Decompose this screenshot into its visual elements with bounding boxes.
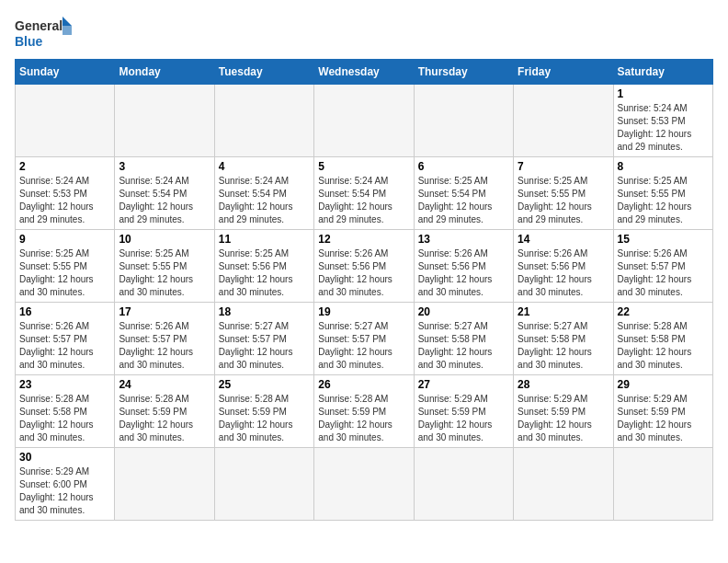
day-number: 4 [219,160,310,173]
calendar-cell: 8Sunrise: 5:25 AM Sunset: 5:55 PM Daylig… [613,157,712,230]
calendar-cell: 11Sunrise: 5:25 AM Sunset: 5:56 PM Dayli… [214,230,313,303]
day-number: 20 [418,305,509,318]
calendar-cell: 18Sunrise: 5:27 AM Sunset: 5:57 PM Dayli… [214,303,313,375]
day-number: 3 [119,160,210,173]
day-info: Sunrise: 5:25 AM Sunset: 5:55 PM Dayligh… [518,175,609,226]
day-number: 22 [618,305,709,318]
day-number: 1 [618,87,709,100]
calendar-cell [414,85,513,157]
day-info: Sunrise: 5:26 AM Sunset: 5:57 PM Dayligh… [119,320,210,372]
day-info: Sunrise: 5:26 AM Sunset: 5:57 PM Dayligh… [618,247,709,299]
day-info: Sunrise: 5:27 AM Sunset: 5:58 PM Dayligh… [418,320,509,372]
calendar-cell: 27Sunrise: 5:29 AM Sunset: 5:59 PM Dayli… [414,375,513,448]
col-header-wednesday: Wednesday [314,60,414,85]
day-info: Sunrise: 5:26 AM Sunset: 5:56 PM Dayligh… [418,247,509,299]
day-number: 5 [318,160,409,173]
col-header-saturday: Saturday [613,60,712,85]
calendar-cell: 19Sunrise: 5:27 AM Sunset: 5:57 PM Dayli… [314,303,414,375]
calendar-cell [214,448,313,521]
day-info: Sunrise: 5:26 AM Sunset: 5:57 PM Dayligh… [19,320,110,372]
calendar-cell: 9Sunrise: 5:25 AM Sunset: 5:55 PM Daylig… [16,230,115,303]
col-header-thursday: Thursday [414,60,513,85]
day-info: Sunrise: 5:24 AM Sunset: 5:54 PM Dayligh… [119,175,210,226]
calendar-cell: 24Sunrise: 5:28 AM Sunset: 5:59 PM Dayli… [115,375,214,448]
calendar-cell [16,85,115,157]
svg-text:General: General [15,18,63,33]
day-info: Sunrise: 5:24 AM Sunset: 5:54 PM Dayligh… [219,175,310,226]
day-info: Sunrise: 5:29 AM Sunset: 5:59 PM Dayligh… [618,393,709,444]
calendar-cell [514,448,613,521]
day-number: 9 [19,233,110,246]
header: General Blue [15,15,713,52]
day-number: 15 [618,233,709,246]
svg-text:Blue: Blue [15,34,43,49]
day-number: 11 [219,233,310,246]
day-info: Sunrise: 5:28 AM Sunset: 5:58 PM Dayligh… [618,320,709,372]
day-info: Sunrise: 5:25 AM Sunset: 5:55 PM Dayligh… [119,247,210,299]
calendar-week-row: 30Sunrise: 5:29 AM Sunset: 6:00 PM Dayli… [16,448,713,521]
day-number: 17 [119,305,210,318]
calendar-cell: 15Sunrise: 5:26 AM Sunset: 5:57 PM Dayli… [613,230,712,303]
calendar-cell: 28Sunrise: 5:29 AM Sunset: 5:59 PM Dayli… [514,375,613,448]
day-number: 13 [418,233,509,246]
calendar-cell: 26Sunrise: 5:28 AM Sunset: 5:59 PM Dayli… [314,375,414,448]
svg-marker-2 [63,17,72,26]
day-number: 27 [418,378,509,391]
logo-svg: General Blue [15,15,79,52]
calendar-cell: 5Sunrise: 5:24 AM Sunset: 5:54 PM Daylig… [314,157,414,230]
day-info: Sunrise: 5:25 AM Sunset: 5:55 PM Dayligh… [19,247,110,299]
calendar-cell: 14Sunrise: 5:26 AM Sunset: 5:56 PM Dayli… [514,230,613,303]
day-info: Sunrise: 5:26 AM Sunset: 5:56 PM Dayligh… [518,247,609,299]
calendar-header-row: SundayMondayTuesdayWednesdayThursdayFrid… [16,60,713,85]
calendar-week-row: 9Sunrise: 5:25 AM Sunset: 5:55 PM Daylig… [16,230,713,303]
calendar-week-row: 2Sunrise: 5:24 AM Sunset: 5:53 PM Daylig… [16,157,713,230]
logo: General Blue [15,15,79,52]
calendar-cell: 25Sunrise: 5:28 AM Sunset: 5:59 PM Dayli… [214,375,313,448]
day-info: Sunrise: 5:26 AM Sunset: 5:56 PM Dayligh… [318,247,409,299]
day-number: 21 [518,305,609,318]
calendar-week-row: 23Sunrise: 5:28 AM Sunset: 5:58 PM Dayli… [16,375,713,448]
calendar-cell [115,448,214,521]
day-info: Sunrise: 5:29 AM Sunset: 5:59 PM Dayligh… [418,393,509,444]
calendar-cell: 10Sunrise: 5:25 AM Sunset: 5:55 PM Dayli… [115,230,214,303]
calendar-cell [414,448,513,521]
day-number: 16 [19,305,110,318]
day-info: Sunrise: 5:27 AM Sunset: 5:57 PM Dayligh… [219,320,310,372]
day-info: Sunrise: 5:24 AM Sunset: 5:53 PM Dayligh… [618,102,709,154]
calendar-cell [613,448,712,521]
day-number: 29 [618,378,709,391]
calendar-cell: 30Sunrise: 5:29 AM Sunset: 6:00 PM Dayli… [16,448,115,521]
calendar-cell: 20Sunrise: 5:27 AM Sunset: 5:58 PM Dayli… [414,303,513,375]
calendar-cell [115,85,214,157]
calendar-cell [514,85,613,157]
calendar-cell: 12Sunrise: 5:26 AM Sunset: 5:56 PM Dayli… [314,230,414,303]
day-number: 23 [19,378,110,391]
day-info: Sunrise: 5:27 AM Sunset: 5:57 PM Dayligh… [318,320,409,372]
calendar-cell: 1Sunrise: 5:24 AM Sunset: 5:53 PM Daylig… [613,85,712,157]
day-info: Sunrise: 5:28 AM Sunset: 5:58 PM Dayligh… [19,393,110,444]
day-info: Sunrise: 5:29 AM Sunset: 5:59 PM Dayligh… [518,393,609,444]
calendar-cell: 13Sunrise: 5:26 AM Sunset: 5:56 PM Dayli… [414,230,513,303]
day-number: 25 [219,378,310,391]
calendar-cell [314,448,414,521]
day-number: 10 [119,233,210,246]
day-info: Sunrise: 5:28 AM Sunset: 5:59 PM Dayligh… [318,393,409,444]
day-number: 28 [518,378,609,391]
day-info: Sunrise: 5:29 AM Sunset: 6:00 PM Dayligh… [19,465,110,517]
calendar-cell: 4Sunrise: 5:24 AM Sunset: 5:54 PM Daylig… [214,157,313,230]
col-header-friday: Friday [514,60,613,85]
day-number: 18 [219,305,310,318]
calendar-cell: 23Sunrise: 5:28 AM Sunset: 5:58 PM Dayli… [16,375,115,448]
calendar-cell: 7Sunrise: 5:25 AM Sunset: 5:55 PM Daylig… [514,157,613,230]
day-info: Sunrise: 5:25 AM Sunset: 5:56 PM Dayligh… [219,247,310,299]
day-info: Sunrise: 5:28 AM Sunset: 5:59 PM Dayligh… [219,393,310,444]
day-info: Sunrise: 5:25 AM Sunset: 5:55 PM Dayligh… [618,175,709,226]
calendar-cell: 3Sunrise: 5:24 AM Sunset: 5:54 PM Daylig… [115,157,214,230]
calendar-cell: 17Sunrise: 5:26 AM Sunset: 5:57 PM Dayli… [115,303,214,375]
day-number: 30 [19,451,110,464]
col-header-tuesday: Tuesday [214,60,313,85]
day-number: 24 [119,378,210,391]
calendar-cell: 29Sunrise: 5:29 AM Sunset: 5:59 PM Dayli… [613,375,712,448]
calendar-cell [214,85,313,157]
day-number: 6 [418,160,509,173]
